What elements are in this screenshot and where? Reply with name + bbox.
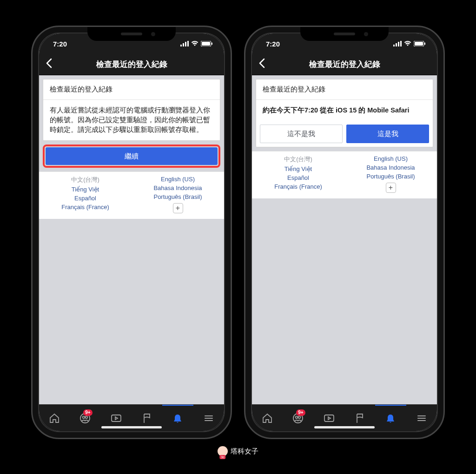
battery-icon xyxy=(414,41,426,46)
card-title: 檢查最近的登入紀錄 xyxy=(256,79,433,100)
nav-title: 檢查最近的登入紀錄 xyxy=(309,59,380,70)
status-time: 7:20 xyxy=(53,40,67,48)
svg-rect-14 xyxy=(393,45,395,46)
lang-option[interactable]: Bahasa Indonesia xyxy=(153,184,202,191)
lang-option[interactable]: English (US) xyxy=(161,176,195,183)
watermark-avatar-icon xyxy=(218,446,228,456)
nav-bar: 檢查最近的登入紀錄 xyxy=(252,54,437,75)
lang-option[interactable]: Tiếng Việt xyxy=(72,186,99,193)
svg-rect-1 xyxy=(183,43,184,46)
svg-rect-24 xyxy=(324,415,334,421)
badge-count: 9+ xyxy=(296,409,305,416)
lang-option[interactable]: Tiếng Việt xyxy=(284,165,312,172)
more-languages-icon[interactable]: + xyxy=(386,183,396,193)
phone-right: 7:20 檢查最近的登入紀錄 xyxy=(244,26,445,439)
tab-menu[interactable] xyxy=(193,405,224,431)
language-selector: 中文(台灣) Tiếng Việt Español Français (Fran… xyxy=(39,171,224,219)
watermark: 塔科女子 xyxy=(218,446,258,456)
back-icon[interactable] xyxy=(258,58,265,71)
svg-rect-0 xyxy=(180,45,182,46)
svg-rect-6 xyxy=(212,43,212,45)
svg-point-8 xyxy=(83,416,85,418)
nav-title: 檢查最近的登入紀錄 xyxy=(96,59,167,70)
lang-option: 中文(台灣) xyxy=(71,176,99,184)
svg-rect-10 xyxy=(112,415,121,421)
svg-rect-17 xyxy=(400,41,402,46)
lang-option[interactable]: English (US) xyxy=(374,155,408,162)
signal-icon xyxy=(393,41,402,46)
card-title: 檢查最近的登入紀錄 xyxy=(43,79,220,100)
tab-groups[interactable]: 9+ xyxy=(70,405,100,431)
tab-home[interactable] xyxy=(252,405,283,431)
svg-point-23 xyxy=(298,416,301,418)
svg-rect-3 xyxy=(187,41,189,46)
lang-option[interactable]: Bahasa Indonesia xyxy=(366,164,415,171)
not-me-button[interactable]: 這不是我 xyxy=(260,125,343,143)
svg-rect-5 xyxy=(202,42,210,46)
wifi-icon xyxy=(404,41,411,46)
lang-option[interactable]: Português (Brasil) xyxy=(366,173,415,180)
wifi-icon xyxy=(191,41,198,46)
login-review-card: 檢查最近的登入紀錄 有人最近嘗試從未經認可的電腦或行動瀏覽器登入你的帳號。因為你… xyxy=(43,79,220,141)
signal-icon xyxy=(180,41,189,46)
svg-rect-2 xyxy=(185,42,186,46)
svg-rect-20 xyxy=(424,43,425,45)
login-review-card: 檢查最近的登入紀錄 約在今天下午7:20 從在 iOS 15 的 Mobile … xyxy=(256,79,433,147)
lang-option[interactable]: Español xyxy=(74,195,96,202)
badge-count: 9+ xyxy=(83,409,92,416)
tab-notifications[interactable] xyxy=(162,405,193,431)
svg-rect-15 xyxy=(396,43,397,46)
watermark-text: 塔科女子 xyxy=(231,447,258,456)
tab-home[interactable] xyxy=(39,405,70,431)
continue-button[interactable]: 繼續 xyxy=(46,147,218,165)
is-me-button[interactable]: 這是我 xyxy=(346,125,429,143)
svg-rect-19 xyxy=(415,42,423,46)
lang-option[interactable]: Français (France) xyxy=(274,183,322,190)
tab-notifications[interactable] xyxy=(375,405,406,431)
home-indicator[interactable] xyxy=(101,426,162,428)
svg-rect-16 xyxy=(398,42,399,46)
card-body-text: 有人最近嘗試從未經認可的電腦或行動瀏覽器登入你的帳號。因為你已設定雙重驗證，因此… xyxy=(43,100,220,140)
tab-menu[interactable] xyxy=(406,405,437,431)
battery-icon xyxy=(201,41,213,46)
status-time: 7:20 xyxy=(266,40,280,48)
home-indicator[interactable] xyxy=(314,426,375,428)
language-selector: 中文(台灣) Tiếng Việt Español Français (Fran… xyxy=(252,151,437,198)
lang-option[interactable]: Português (Brasil) xyxy=(153,193,202,200)
continue-highlight: 繼續 xyxy=(43,145,220,168)
more-languages-icon[interactable]: + xyxy=(173,203,183,213)
lang-option[interactable]: Français (France) xyxy=(61,204,109,211)
login-detail-text: 約在今天下午7:20 從在 iOS 15 的 Mobile Safari xyxy=(256,100,433,121)
svg-point-9 xyxy=(86,416,88,418)
lang-option: 中文(台灣) xyxy=(284,155,312,164)
back-icon[interactable] xyxy=(46,58,52,71)
tab-groups[interactable]: 9+ xyxy=(283,405,313,431)
notch xyxy=(300,27,389,41)
svg-point-22 xyxy=(296,416,298,418)
nav-bar: 檢查最近的登入紀錄 xyxy=(39,54,224,75)
lang-option[interactable]: Español xyxy=(287,174,309,181)
notch xyxy=(87,27,176,41)
phone-left: 7:20 檢查最近的登入紀錄 xyxy=(31,26,232,439)
